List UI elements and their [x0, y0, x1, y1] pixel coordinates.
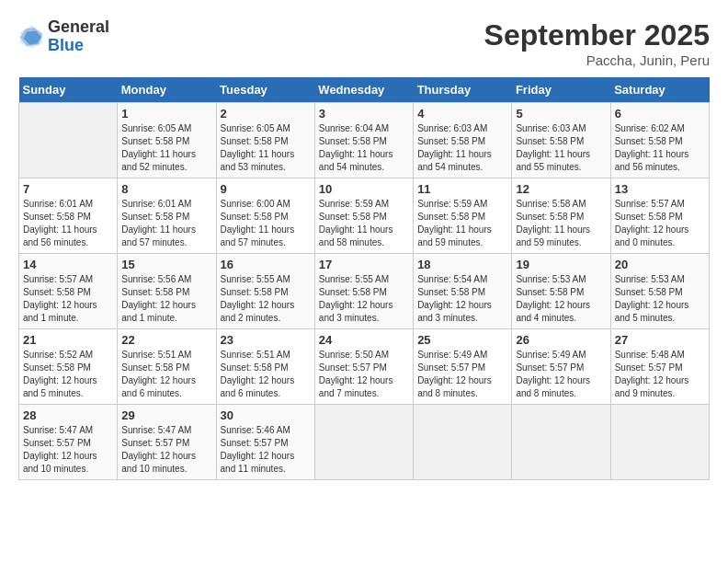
- logo: General Blue: [18, 18, 109, 55]
- calendar-cell: 19Sunrise: 5:53 AMSunset: 5:58 PMDayligh…: [512, 254, 610, 329]
- logo-blue: Blue: [48, 37, 109, 55]
- day-info: Sunrise: 6:05 AMSunset: 5:58 PMDaylight:…: [221, 122, 311, 174]
- day-number: 19: [516, 258, 606, 271]
- calendar-cell: 30Sunrise: 5:46 AMSunset: 5:57 PMDayligh…: [216, 405, 314, 480]
- calendar-cell: 5Sunrise: 6:03 AMSunset: 5:58 PMDaylight…: [512, 103, 610, 178]
- calendar-cell: 8Sunrise: 6:01 AMSunset: 5:58 PMDaylight…: [118, 178, 216, 254]
- calendar-cell: [414, 405, 512, 480]
- day-info: Sunrise: 5:59 AMSunset: 5:58 PMDaylight:…: [319, 198, 409, 249]
- day-number: 20: [615, 258, 705, 271]
- day-info: Sunrise: 5:49 AMSunset: 5:57 PMDaylight:…: [516, 349, 606, 400]
- day-info: Sunrise: 5:55 AMSunset: 5:58 PMDaylight:…: [319, 273, 409, 325]
- day-info: Sunrise: 5:50 AMSunset: 5:57 PMDaylight:…: [319, 349, 409, 400]
- calendar-cell: 23Sunrise: 5:51 AMSunset: 5:58 PMDayligh…: [216, 329, 314, 405]
- day-number: 6: [615, 107, 705, 121]
- logo-general: General: [48, 18, 109, 37]
- day-number: 26: [516, 333, 606, 347]
- day-number: 24: [319, 333, 409, 347]
- day-info: Sunrise: 6:01 AMSunset: 5:58 PMDaylight:…: [121, 198, 211, 249]
- day-info: Sunrise: 5:47 AMSunset: 5:57 PMDaylight:…: [121, 424, 211, 476]
- day-number: 8: [121, 182, 211, 196]
- day-info: Sunrise: 6:05 AMSunset: 5:58 PMDaylight:…: [121, 122, 211, 174]
- day-number: 18: [417, 258, 507, 271]
- day-info: Sunrise: 5:49 AMSunset: 5:57 PMDaylight:…: [417, 349, 507, 400]
- calendar-cell: 7Sunrise: 6:01 AMSunset: 5:58 PMDaylight…: [19, 178, 118, 254]
- header-day-thursday: Thursday: [414, 77, 512, 103]
- calendar-body: 1Sunrise: 6:05 AMSunset: 5:58 PMDaylight…: [19, 103, 710, 480]
- day-info: Sunrise: 6:00 AMSunset: 5:58 PMDaylight:…: [221, 198, 311, 249]
- day-info: Sunrise: 6:01 AMSunset: 5:58 PMDaylight:…: [23, 198, 113, 249]
- day-info: Sunrise: 5:59 AMSunset: 5:58 PMDaylight:…: [417, 198, 507, 249]
- calendar-cell: 12Sunrise: 5:58 AMSunset: 5:58 PMDayligh…: [512, 178, 610, 254]
- day-number: 15: [121, 258, 211, 271]
- day-info: Sunrise: 6:04 AMSunset: 5:58 PMDaylight:…: [319, 122, 409, 174]
- calendar-cell: 11Sunrise: 5:59 AMSunset: 5:58 PMDayligh…: [414, 178, 512, 254]
- logo-icon: [18, 24, 44, 50]
- day-number: 16: [221, 258, 311, 271]
- calendar-cell: 27Sunrise: 5:48 AMSunset: 5:57 PMDayligh…: [610, 329, 709, 405]
- title-block: September 2025 Paccha, Junin, Peru: [484, 18, 710, 68]
- day-number: 9: [221, 182, 311, 196]
- day-number: 29: [121, 408, 211, 422]
- day-info: Sunrise: 5:51 AMSunset: 5:58 PMDaylight:…: [121, 349, 211, 400]
- calendar-cell: [314, 405, 413, 480]
- day-number: 11: [417, 182, 507, 196]
- day-info: Sunrise: 5:53 AMSunset: 5:58 PMDaylight:…: [615, 273, 705, 325]
- day-info: Sunrise: 5:53 AMSunset: 5:58 PMDaylight:…: [516, 273, 606, 325]
- calendar-cell: 26Sunrise: 5:49 AMSunset: 5:57 PMDayligh…: [512, 329, 610, 405]
- calendar-week-5: 28Sunrise: 5:47 AMSunset: 5:57 PMDayligh…: [19, 405, 710, 480]
- day-number: 1: [121, 107, 211, 121]
- calendar-week-4: 21Sunrise: 5:52 AMSunset: 5:58 PMDayligh…: [19, 329, 710, 405]
- calendar-cell: 4Sunrise: 6:03 AMSunset: 5:58 PMDaylight…: [414, 103, 512, 178]
- day-info: Sunrise: 5:57 AMSunset: 5:58 PMDaylight:…: [615, 198, 705, 249]
- day-number: 23: [221, 333, 311, 347]
- day-info: Sunrise: 5:57 AMSunset: 5:58 PMDaylight:…: [23, 273, 113, 325]
- calendar-cell: 20Sunrise: 5:53 AMSunset: 5:58 PMDayligh…: [610, 254, 709, 329]
- calendar-cell: 18Sunrise: 5:54 AMSunset: 5:58 PMDayligh…: [414, 254, 512, 329]
- calendar-cell: 25Sunrise: 5:49 AMSunset: 5:57 PMDayligh…: [414, 329, 512, 405]
- day-number: 4: [417, 107, 507, 121]
- day-number: 13: [615, 182, 705, 196]
- day-number: 14: [23, 258, 113, 271]
- day-number: 22: [121, 333, 211, 347]
- calendar-cell: 15Sunrise: 5:56 AMSunset: 5:58 PMDayligh…: [118, 254, 216, 329]
- day-info: Sunrise: 5:52 AMSunset: 5:58 PMDaylight:…: [23, 349, 113, 400]
- calendar-cell: 14Sunrise: 5:57 AMSunset: 5:58 PMDayligh…: [19, 254, 118, 329]
- header-day-tuesday: Tuesday: [216, 77, 314, 103]
- day-info: Sunrise: 5:55 AMSunset: 5:58 PMDaylight:…: [221, 273, 311, 325]
- day-info: Sunrise: 5:56 AMSunset: 5:58 PMDaylight:…: [121, 273, 211, 325]
- calendar-cell: 2Sunrise: 6:05 AMSunset: 5:58 PMDaylight…: [216, 103, 314, 178]
- calendar-week-1: 1Sunrise: 6:05 AMSunset: 5:58 PMDaylight…: [19, 103, 710, 178]
- day-info: Sunrise: 5:51 AMSunset: 5:58 PMDaylight:…: [221, 349, 311, 400]
- day-number: 28: [23, 408, 113, 422]
- day-number: 12: [516, 182, 606, 196]
- day-info: Sunrise: 5:54 AMSunset: 5:58 PMDaylight:…: [417, 273, 507, 325]
- calendar-table: SundayMondayTuesdayWednesdayThursdayFrid…: [18, 77, 710, 480]
- day-number: 5: [516, 107, 606, 121]
- day-info: Sunrise: 5:58 AMSunset: 5:58 PMDaylight:…: [516, 198, 606, 249]
- calendar-cell: 16Sunrise: 5:55 AMSunset: 5:58 PMDayligh…: [216, 254, 314, 329]
- calendar-week-2: 7Sunrise: 6:01 AMSunset: 5:58 PMDaylight…: [19, 178, 710, 254]
- day-info: Sunrise: 6:03 AMSunset: 5:58 PMDaylight:…: [516, 122, 606, 174]
- calendar-week-3: 14Sunrise: 5:57 AMSunset: 5:58 PMDayligh…: [19, 254, 710, 329]
- day-number: 2: [221, 107, 311, 121]
- header-day-sunday: Sunday: [19, 77, 118, 103]
- day-info: Sunrise: 6:02 AMSunset: 5:58 PMDaylight:…: [615, 122, 705, 174]
- day-number: 7: [23, 182, 113, 196]
- calendar-cell: 28Sunrise: 5:47 AMSunset: 5:57 PMDayligh…: [19, 405, 118, 480]
- day-info: Sunrise: 5:47 AMSunset: 5:57 PMDaylight:…: [23, 424, 113, 476]
- month-title: September 2025: [484, 18, 710, 52]
- calendar-cell: 9Sunrise: 6:00 AMSunset: 5:58 PMDaylight…: [216, 178, 314, 254]
- day-info: Sunrise: 6:03 AMSunset: 5:58 PMDaylight:…: [417, 122, 507, 174]
- day-number: 10: [319, 182, 409, 196]
- calendar-cell: 1Sunrise: 6:05 AMSunset: 5:58 PMDaylight…: [118, 103, 216, 178]
- calendar-cell: 17Sunrise: 5:55 AMSunset: 5:58 PMDayligh…: [314, 254, 413, 329]
- day-number: 27: [615, 333, 705, 347]
- calendar-cell: 21Sunrise: 5:52 AMSunset: 5:58 PMDayligh…: [19, 329, 118, 405]
- location-subtitle: Paccha, Junin, Peru: [484, 52, 710, 68]
- day-number: 3: [319, 107, 409, 121]
- day-info: Sunrise: 5:48 AMSunset: 5:57 PMDaylight:…: [615, 349, 705, 400]
- day-number: 17: [319, 258, 409, 271]
- day-info: Sunrise: 5:46 AMSunset: 5:57 PMDaylight:…: [221, 424, 311, 476]
- page-header: General Blue September 2025 Paccha, Juni…: [18, 18, 710, 68]
